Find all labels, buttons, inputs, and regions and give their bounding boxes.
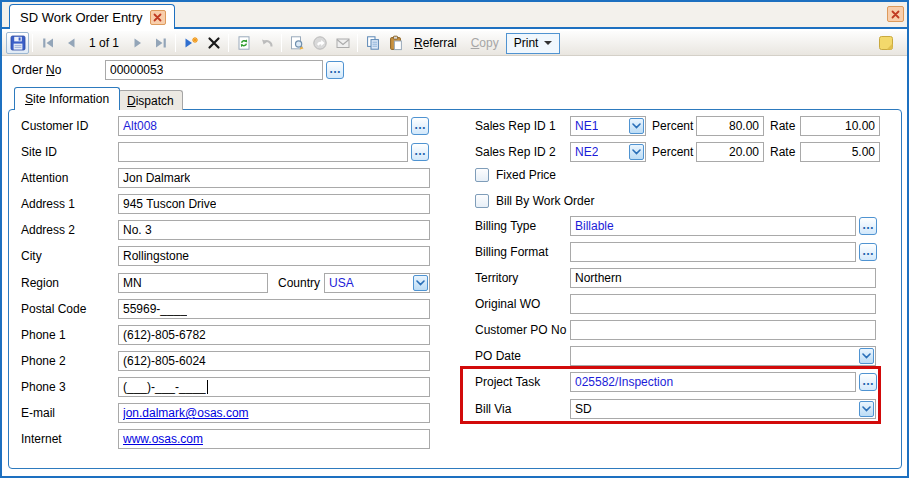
- site-information-panel: Customer ID Alt008 … Site ID … Attention…: [8, 109, 902, 469]
- first-record-button[interactable]: [36, 32, 59, 54]
- territory-field[interactable]: Northern: [570, 268, 876, 288]
- fixed-price-row: Fixed Price: [475, 165, 556, 185]
- city-row: City Rollingstone: [21, 246, 430, 266]
- text-cursor: [207, 380, 208, 394]
- email-link[interactable]: jon.dalmark@osas.com: [123, 406, 249, 420]
- bill-via-dropdown-button[interactable]: [859, 401, 874, 417]
- sales-rep-1-dropdown-button[interactable]: [629, 118, 644, 134]
- phone1-label: Phone 1: [21, 328, 118, 342]
- phone1-field[interactable]: (612)-805-6782: [118, 325, 430, 345]
- phone3-field[interactable]: (___)-___-____: [118, 377, 430, 397]
- window-close-icon[interactable]: [887, 6, 904, 22]
- document-tab-title: SD Work Order Entry: [20, 10, 143, 25]
- project-task-row: Project Task 025582/Inspection …: [475, 372, 877, 392]
- sales-rep-2-label: Sales Rep ID 2: [475, 145, 570, 159]
- site-id-row: Site ID …: [21, 142, 429, 162]
- project-task-field[interactable]: 025582/Inspection: [570, 372, 856, 392]
- internet-link[interactable]: www.osas.com: [123, 432, 203, 446]
- toolbar: 1 of 1: [2, 31, 907, 56]
- email-label: E-mail: [21, 406, 118, 420]
- print-label: Print: [514, 36, 539, 50]
- customer-id-lookup-button[interactable]: …: [411, 117, 429, 135]
- referral-label: R: [414, 36, 423, 50]
- billing-type-field[interactable]: Billable: [570, 216, 856, 236]
- postal-code-field[interactable]: 55969-____: [118, 299, 430, 319]
- sales-rep-2-dropdown-button[interactable]: [629, 144, 644, 160]
- sales-rep-2-combo[interactable]: NE2: [570, 142, 646, 162]
- address2-field[interactable]: No. 3: [118, 220, 430, 240]
- undo-button[interactable]: [255, 32, 278, 54]
- goto-button[interactable]: [308, 32, 331, 54]
- chevron-down-icon: [632, 123, 641, 129]
- copy-button[interactable]: Copy: [464, 33, 506, 53]
- print-button[interactable]: Print: [506, 33, 561, 54]
- po-date-label: PO Date: [475, 349, 570, 363]
- referral-button[interactable]: Referral: [407, 33, 464, 53]
- sticky-note-icon: [878, 35, 894, 51]
- save-icon: [10, 35, 26, 51]
- city-field[interactable]: Rollingstone: [118, 246, 430, 266]
- tab-dispatch[interactable]: Dispatch: [118, 90, 183, 110]
- document-tab[interactable]: SD Work Order Entry: [9, 4, 175, 29]
- billing-format-label: Billing Format: [475, 245, 570, 259]
- paste-clipboard-icon: [388, 35, 404, 51]
- percent-1-label: Percent: [652, 119, 696, 133]
- previous-record-button[interactable]: [59, 32, 82, 54]
- phone2-field[interactable]: (612)-805-6024: [118, 351, 430, 371]
- fixed-price-checkbox[interactable]: [475, 168, 489, 182]
- internet-field[interactable]: www.osas.com: [118, 429, 430, 449]
- po-date-combo[interactable]: [570, 346, 876, 366]
- next-record-button[interactable]: [126, 32, 149, 54]
- country-dropdown-button[interactable]: [413, 275, 428, 291]
- last-record-icon: [153, 35, 169, 51]
- customer-id-field[interactable]: Alt008: [118, 116, 408, 136]
- region-field[interactable]: MN: [118, 273, 268, 293]
- billing-format-lookup-button[interactable]: …: [859, 243, 877, 261]
- billing-type-lookup-button[interactable]: …: [859, 217, 877, 235]
- region-country-row: Region MN Country USA: [21, 273, 430, 293]
- print-preview-icon: [289, 35, 305, 51]
- site-id-field[interactable]: [118, 142, 408, 162]
- customer-po-no-field[interactable]: [570, 320, 876, 340]
- site-information-tab-label: Site Information: [25, 92, 109, 106]
- address2-label: Address 2: [21, 223, 118, 237]
- tab-close-icon[interactable]: [150, 10, 166, 25]
- bill-by-work-order-row: Bill By Work Order: [475, 191, 594, 211]
- last-record-button[interactable]: [149, 32, 172, 54]
- territory-row: Territory Northern: [475, 268, 876, 288]
- order-no-field[interactable]: 00000053: [105, 60, 323, 80]
- billing-format-field[interactable]: [570, 242, 856, 262]
- email-button[interactable]: [331, 32, 354, 54]
- tab-site-information[interactable]: Site Information: [14, 87, 120, 110]
- rate-1-field[interactable]: 10.00: [800, 116, 880, 136]
- print-preview-button[interactable]: [285, 32, 308, 54]
- sales-rep-1-combo[interactable]: NE1: [570, 116, 646, 136]
- bill-by-work-order-checkbox[interactable]: [475, 194, 489, 208]
- billing-type-row: Billing Type Billable …: [475, 216, 877, 236]
- percent-2-field[interactable]: 20.00: [696, 142, 764, 162]
- project-task-label: Project Task: [475, 375, 570, 389]
- email-field[interactable]: jon.dalmark@osas.com: [118, 403, 430, 423]
- rate-2-field[interactable]: 5.00: [800, 142, 880, 162]
- original-wo-field[interactable]: [570, 294, 876, 314]
- phone3-row: Phone 3 (___)-___-____: [21, 377, 430, 397]
- site-id-lookup-button[interactable]: …: [411, 143, 429, 161]
- po-date-row: PO Date: [475, 346, 876, 366]
- po-date-dropdown-button[interactable]: [859, 348, 874, 364]
- delete-record-button[interactable]: [202, 32, 225, 54]
- address1-field[interactable]: 945 Tuscon Drive: [118, 194, 430, 214]
- country-combo[interactable]: USA: [324, 273, 430, 293]
- project-task-lookup-button[interactable]: …: [859, 373, 877, 391]
- order-no-lookup-button[interactable]: …: [326, 61, 344, 79]
- refresh-button[interactable]: [232, 32, 255, 54]
- percent-1-field[interactable]: 80.00: [696, 116, 764, 136]
- save-button[interactable]: [6, 32, 29, 54]
- note-button[interactable]: [874, 32, 897, 54]
- copy-record-button[interactable]: [361, 32, 384, 54]
- paste-button[interactable]: [384, 32, 407, 54]
- bill-via-combo[interactable]: SD: [570, 399, 876, 419]
- attention-field[interactable]: Jon Dalmark: [118, 168, 430, 188]
- country-label: Country: [278, 276, 324, 290]
- new-record-button[interactable]: [179, 32, 202, 54]
- ellipsis-icon: …: [414, 146, 426, 156]
